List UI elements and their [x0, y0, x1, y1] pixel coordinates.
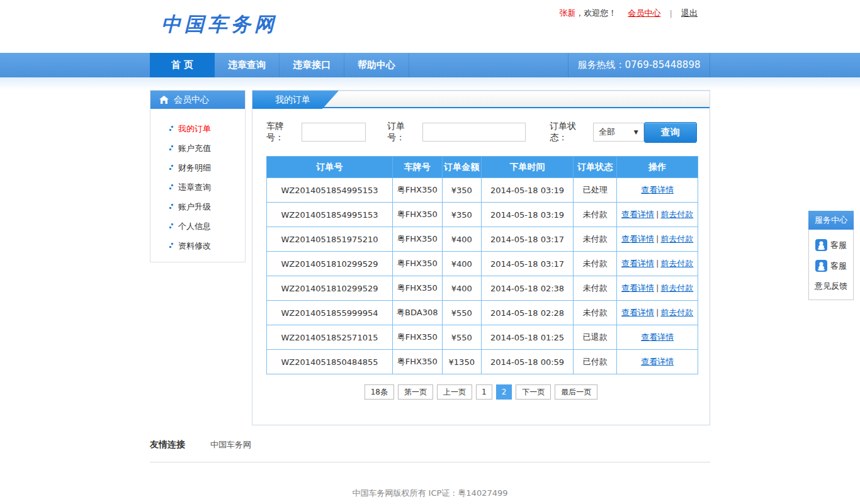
- cell-time: 2014-05-18 03:17: [481, 252, 574, 276]
- go-pay-link[interactable]: 前去付款: [660, 308, 693, 317]
- nav-item-home[interactable]: 首 页: [150, 53, 215, 77]
- table-header-row: 订单号 车牌号 订单金额 下单时间 订单状态 操作: [267, 157, 698, 178]
- view-detail-link[interactable]: 查看详情: [621, 283, 654, 293]
- table-row: WZ2014051850484855 粤FHX350 ¥1350 2014-05…: [267, 350, 698, 374]
- cell-time: 2014-05-18 01:25: [481, 325, 574, 350]
- col-amount: 订单金额: [442, 157, 481, 178]
- friend-link-site[interactable]: 中国车务网: [210, 439, 251, 451]
- view-detail-link[interactable]: 查看详情: [621, 234, 654, 244]
- sidebar-item-my-orders[interactable]: 我的订单: [150, 119, 245, 138]
- tab-my-orders[interactable]: 我的订单: [252, 91, 339, 109]
- view-detail-link[interactable]: 查看详情: [621, 308, 654, 317]
- cell-amount: ¥400: [442, 276, 481, 301]
- page-1-button[interactable]: 1: [476, 384, 492, 400]
- logout-link[interactable]: 退出: [681, 8, 698, 18]
- nav-item-violation-query[interactable]: 违章查询: [215, 53, 280, 77]
- action-separator: |: [656, 283, 659, 293]
- orders-table: 订单号 车牌号 订单金额 下单时间 订单状态 操作 WZ201405185499…: [266, 156, 698, 374]
- service-hotline: 服务热线：0769-85448898: [568, 53, 710, 77]
- go-pay-link[interactable]: 前去付款: [660, 259, 693, 268]
- cell-status: 未付款: [574, 276, 617, 301]
- col-status: 订单状态: [574, 157, 617, 178]
- go-pay-link[interactable]: 前去付款: [660, 210, 693, 219]
- first-page-button[interactable]: 第一页: [398, 384, 433, 400]
- col-actions: 操作: [617, 157, 698, 178]
- cell-time: 2014-05-18 00:59: [481, 350, 574, 374]
- page-2-button[interactable]: 2: [496, 384, 512, 400]
- feedback-link[interactable]: 意见反馈: [809, 276, 853, 293]
- sidebar-item-profile-edit[interactable]: 资料修改: [150, 236, 245, 255]
- cell-actions: 查看详情|前去付款: [617, 276, 698, 301]
- table-row: WZ2014051810299529 粤FHX350 ¥400 2014-05-…: [267, 276, 698, 301]
- sidebar-item-finance-detail[interactable]: 财务明细: [150, 158, 245, 177]
- order-no-label: 订单号：: [387, 121, 419, 143]
- cell-actions: 查看详情|前去付款: [617, 203, 698, 227]
- sidebar-item-recharge[interactable]: 账户充值: [150, 138, 245, 158]
- prev-page-button[interactable]: 上一页: [437, 384, 472, 400]
- cell-actions: 查看详情|前去付款: [617, 252, 698, 276]
- cell-order-no: WZ2014051851975210: [267, 227, 393, 252]
- table-row: WZ2014051854995153 粤FHX350 ¥350 2014-05-…: [267, 178, 698, 203]
- nav-spacer: [409, 53, 568, 77]
- cell-plate: 粤FHX350: [392, 350, 442, 374]
- qq-service-label: 客服: [830, 240, 847, 251]
- cell-order-no: WZ2014051810299529: [267, 252, 393, 276]
- qq-icon: [815, 239, 827, 251]
- link-separator: |: [669, 9, 672, 18]
- cell-amount: ¥550: [442, 325, 481, 350]
- cell-time: 2014-05-18 03:19: [481, 178, 574, 203]
- nav-gradient-strip: [0, 77, 860, 90]
- nav-item-help-center[interactable]: 帮助中心: [344, 53, 409, 77]
- nav-item-violation-api[interactable]: 违章接口: [280, 53, 344, 77]
- col-order-no: 订单号: [267, 157, 393, 178]
- sidebar-item-violation-query[interactable]: 违章查询: [150, 177, 245, 197]
- main-navbar: 首 页 违章查询 违章接口 帮助中心 服务热线：0769-85448898: [0, 53, 860, 77]
- action-separator: |: [656, 210, 659, 219]
- table-row: WZ2014051810299529 粤FHX350 ¥400 2014-05-…: [267, 252, 698, 276]
- member-center-link[interactable]: 会员中心: [628, 8, 660, 18]
- friend-links-title: 友情连接: [150, 439, 185, 451]
- qq-icon: [815, 260, 827, 272]
- go-pay-link[interactable]: 前去付款: [660, 283, 693, 293]
- cell-actions: 查看详情: [617, 350, 698, 374]
- sidebar-title: 会员中心: [174, 94, 209, 106]
- view-detail-link[interactable]: 查看详情: [621, 210, 654, 219]
- qq-service-2[interactable]: 客服: [809, 255, 853, 276]
- order-status-select[interactable]: 全部 ▼: [593, 123, 644, 142]
- cell-order-no: WZ2014051852571015: [267, 325, 393, 350]
- qq-service-1[interactable]: 客服: [809, 235, 853, 255]
- cell-order-no: WZ2014051855999954: [267, 301, 393, 325]
- order-search-form: 车牌号： 订单号： 订单状态： 全部 ▼ 查询: [252, 108, 710, 150]
- cell-actions: 查看详情|前去付款: [617, 227, 698, 252]
- view-detail-link[interactable]: 查看详情: [641, 332, 674, 342]
- total-count-badge: 18条: [365, 384, 394, 400]
- selected-status: 全部: [599, 126, 615, 138]
- sidebar-item-account-upgrade[interactable]: 账户升级: [150, 197, 245, 216]
- plate-input[interactable]: [302, 123, 366, 142]
- service-center-panel: 服务中心 客服 客服 意见反馈: [808, 211, 854, 300]
- view-detail-link[interactable]: 查看详情: [621, 259, 654, 268]
- col-plate: 车牌号: [392, 157, 442, 178]
- sidebar-item-personal-info[interactable]: 个人信息: [150, 216, 245, 236]
- cell-status: 已处理: [574, 178, 617, 203]
- last-page-button[interactable]: 最后一页: [555, 384, 597, 400]
- go-pay-link[interactable]: 前去付款: [660, 234, 693, 244]
- view-detail-link[interactable]: 查看详情: [641, 185, 674, 194]
- search-button[interactable]: 查询: [644, 122, 697, 143]
- cell-plate: 粤FHX350: [392, 325, 442, 350]
- cell-plate: 粤FHX350: [392, 203, 442, 227]
- tab-bar: 我的订单: [252, 91, 710, 108]
- next-page-button[interactable]: 下一页: [516, 384, 551, 400]
- orders-panel: 我的订单 车牌号： 订单号： 订单状态： 全部 ▼ 查询: [252, 90, 710, 425]
- cell-actions: 查看详情: [617, 325, 698, 350]
- order-no-input[interactable]: [422, 123, 526, 142]
- plate-label: 车牌号：: [266, 121, 298, 143]
- copyright-text: 中国车务网版权所有 ICP证：粤14027499: [150, 488, 710, 499]
- view-detail-link[interactable]: 查看详情: [641, 357, 674, 366]
- cell-status: 未付款: [574, 252, 617, 276]
- cell-order-no: WZ2014051850484855: [267, 350, 393, 374]
- cell-time: 2014-05-18 02:28: [481, 301, 574, 325]
- friend-links: 友情连接 中国车务网: [150, 439, 710, 462]
- member-sidebar: 会员中心 我的订单 账户充值 财务明细 违章查询 账户升级 个人信息 资料修改: [150, 90, 246, 262]
- bullet-icon: [169, 125, 174, 132]
